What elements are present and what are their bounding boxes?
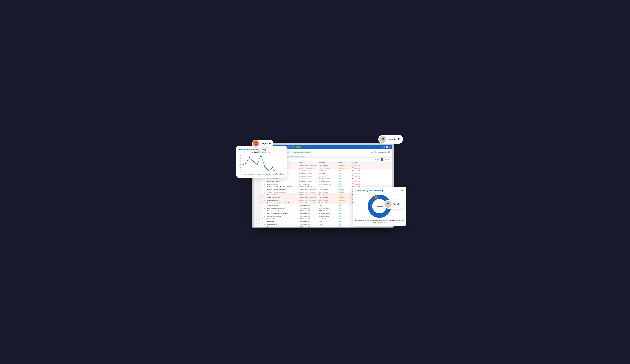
row-due-date: 📅 09 Aug 2022 (352, 173, 366, 174)
status-badge: New (338, 170, 342, 171)
row-assignee: Ricky Sales Director (319, 213, 338, 214)
row-checkbox[interactable] (261, 186, 262, 187)
helpdesk-dot (393, 220, 394, 221)
row-checkbox[interactable] (261, 178, 262, 179)
row-more[interactable]: ⋮ (366, 165, 370, 166)
subject-search-icon[interactable]: 🔍 (375, 151, 377, 153)
row-project: Anonymization Requests (299, 178, 319, 179)
row-checkbox[interactable] (261, 199, 262, 201)
row-checkbox[interactable] (261, 221, 262, 222)
status-badge: New (338, 178, 342, 179)
row-more[interactable]: ⋮ (366, 226, 370, 227)
more-icon[interactable]: ⋮ (389, 146, 390, 148)
row-status: New (338, 205, 352, 206)
row-checkbox[interactable] (261, 210, 262, 212)
settings-icon[interactable]: ⚙ (388, 151, 390, 154)
svg-point-12 (249, 157, 250, 158)
svg-text:7.6: 7.6 (268, 169, 269, 170)
row-task-name: Questions delivered (267, 205, 299, 206)
row-checkbox[interactable] (261, 183, 262, 185)
row-checkbox[interactable] (261, 197, 262, 198)
saved-filters-btn[interactable]: ★ Saved filters ▾ (378, 152, 387, 153)
status-badge: New (338, 207, 342, 209)
row-project: RFP for Walmart 2021 (299, 221, 319, 222)
table-row[interactable]: ☰ Anonymization Requests Anonymization R… (260, 177, 392, 180)
row-assignee: Danny Developer (319, 165, 338, 166)
row-status: New (338, 207, 352, 209)
user-avatar-header[interactable] (386, 146, 388, 148)
leonard-bubble: 👨 Leonard E. (378, 135, 403, 144)
row-checkbox[interactable] (261, 191, 262, 193)
row-project: Anonymization Requests (299, 175, 319, 177)
header-icons: ⊞ ⊟ ⋮ (382, 146, 390, 148)
legend-machine-task: Machine task (355, 220, 364, 221)
grid-icon[interactable]: ⊞ (382, 146, 383, 148)
view-kanban-btn[interactable]: ⊟ (388, 158, 390, 161)
row-more[interactable]: ⋮ (366, 167, 370, 169)
list-icon[interactable]: ⊟ (384, 146, 385, 148)
bug-dot (373, 222, 374, 223)
row-icon: ☰ (264, 207, 267, 209)
row-status: New (338, 181, 352, 182)
row-project: RFP for Walmart 2021 (299, 213, 319, 214)
row-more[interactable]: ⋮ (366, 170, 370, 171)
row-task-name: RFP answer (267, 221, 299, 222)
row-checkbox[interactable] (261, 194, 262, 196)
svg-text:184: 184 (264, 165, 265, 166)
svg-point-18 (272, 167, 273, 168)
row-more[interactable]: ⋮ (366, 173, 370, 174)
row-project: RFP for Walmart 2021 (299, 205, 319, 206)
row-checkbox[interactable] (261, 215, 262, 217)
row-more[interactable]: ⋮ (366, 181, 370, 182)
tasks-week-tag[interactable]: ✓ Tasks to complete this week (6) (291, 151, 312, 153)
row-project: Lucy – Onboarding (299, 183, 319, 185)
svg-point-17 (268, 170, 269, 171)
row-checkbox[interactable] (261, 181, 262, 182)
row-checkbox[interactable] (261, 218, 262, 220)
col-project: Project (299, 162, 319, 163)
sidebar-back-icon[interactable]: ← (255, 222, 258, 225)
row-assignee: Ian IT Expert (319, 170, 338, 171)
row-checkbox[interactable] (261, 189, 262, 190)
search-button[interactable]: Search (296, 146, 301, 148)
table-row[interactable]: ☰ Anonymization Requests Anonymization R… (260, 180, 392, 183)
row-icon: ☰ (264, 199, 267, 201)
table-row[interactable]: ☰ Lucy – Onboarding Lucy – Onboarding Lu… (260, 183, 392, 185)
row-task-name: Caliber synchronization (267, 197, 299, 198)
sidebar-flag-icon[interactable]: ⚑ (255, 218, 258, 221)
row-checkbox[interactable] (261, 213, 262, 214)
deliverable-dot (370, 220, 371, 221)
view-grid-btn[interactable]: ⊞ (384, 158, 387, 161)
row-icon: ☰ (264, 194, 267, 196)
row-more[interactable]: ⋮ (366, 178, 370, 179)
row-project: RFP for Walmart 2021 (299, 226, 319, 227)
row-more[interactable]: ⋮ (366, 183, 370, 185)
view-list-btn[interactable]: ☰ (381, 158, 383, 161)
row-checkbox[interactable] (261, 226, 262, 227)
filter-status[interactable]: Status is New, In progress, Assigned (285, 156, 305, 157)
donut-header: Allocations by task type (1783) ••• (355, 189, 404, 192)
row-checkbox[interactable] (261, 205, 262, 206)
row-assignee: Ian IT Expert (319, 173, 338, 174)
row-project: Anonymization Requests (299, 181, 319, 182)
row-icon: ☰ (264, 226, 267, 227)
svg-point-13 (253, 161, 254, 162)
svg-text:99: 99 (272, 166, 273, 167)
svg-text:425: 425 (260, 155, 262, 155)
row-checkbox[interactable] (261, 207, 262, 209)
row-status: New (338, 173, 352, 174)
col-duedate: Due date (352, 162, 366, 163)
status-badge: Assigned (338, 189, 344, 190)
bug-label: Bug (development) (375, 222, 386, 223)
row-icon: ☰ (264, 210, 267, 212)
row-project: Anonymization Requests (299, 173, 319, 174)
row-icon: ☰ (264, 178, 267, 179)
row-more[interactable]: ⋮ (366, 175, 370, 177)
row-checkbox[interactable] (261, 223, 262, 225)
group-label: Group by: (375, 159, 380, 160)
row-checkbox[interactable] (261, 202, 262, 204)
line-chart-svg: 218 250 350 275 229 425 184 7.6 99 0 0 0 (242, 155, 284, 174)
row-due-date: 📅 10 Apr 2023 (352, 167, 366, 169)
status-badge: New (338, 226, 342, 227)
donut-more-icon[interactable]: ••• (401, 189, 404, 192)
